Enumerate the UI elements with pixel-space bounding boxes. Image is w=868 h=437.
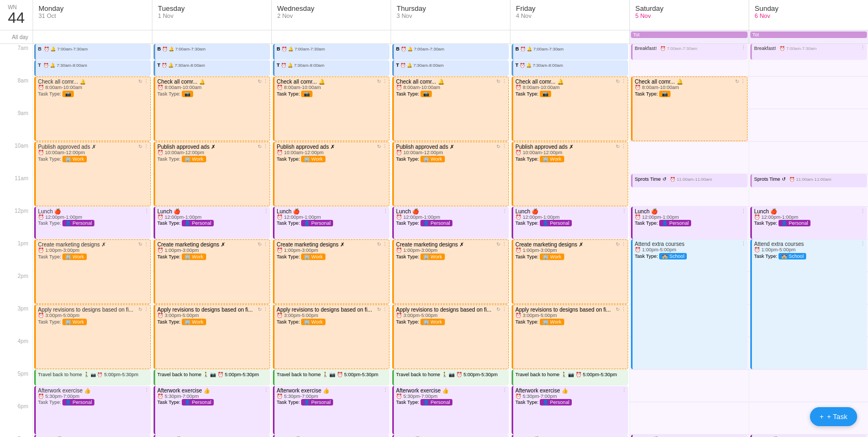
time-label-7am: 7am bbox=[0, 44, 33, 77]
event-publish-wed[interactable]: Publish approved ads ✗ ↻⋮⏰ 10:00am-12:00… bbox=[273, 142, 390, 206]
add-task-button[interactable]: + + Task bbox=[810, 407, 857, 426]
time-label-9am: 9am bbox=[0, 109, 33, 142]
event-check-fri[interactable]: Check all comr... 🔔 ↻⋮⏰ 8:00am-10:00amTa… bbox=[512, 77, 628, 141]
add-task-label: + Task bbox=[827, 413, 847, 421]
event-check-comms-mon[interactable]: Check all comr... 🔔 ⏰ 8:00am-10:00am Tas… bbox=[34, 77, 151, 141]
event-travel-mon[interactable]: Travel back to home 🚶 📷 ⏰ 5:00pm-5:30pm bbox=[34, 370, 151, 385]
event-lunch-sun[interactable]: Lunch 🍎 ⋮⏰ 12:00pm-1:00pmTask Type: 👤 Pe… bbox=[750, 207, 867, 239]
event-revisions-wed[interactable]: Apply revisions to designs based on fi..… bbox=[273, 305, 390, 369]
time-label-2pm: 2pm bbox=[0, 272, 33, 305]
event-sprots-sun[interactable]: Sprots Time ↺ ⏰ 11:00am-11:00am bbox=[750, 174, 867, 187]
allday-cell-thu bbox=[391, 30, 510, 43]
event-dinner-wed[interactable]: Dinner 🍎 ⋮⏰ 7:00pm-8:00pmTask Type: 👤 Pe… bbox=[273, 435, 390, 437]
event-dinner-fri[interactable]: Dinner 🍎 ⋮⏰ 7:00pm-8:00pmTask Type: 👤 Pe… bbox=[512, 435, 628, 437]
day-col-friday: B⏰ 🔔 7:00am-7:30am T⏰ 🔔 7:30am-8:00am Ch… bbox=[510, 44, 629, 437]
event-revisions-tue[interactable]: Apply revisions to designs based on fi..… bbox=[154, 305, 270, 369]
event-exercise-wed[interactable]: Afterwork exercise 👍 ⋮⏰ 5:30pm-7:00pmTas… bbox=[273, 386, 390, 434]
event-revisions-thu[interactable]: Apply revisions to designs based on fi..… bbox=[392, 305, 509, 369]
event-lunch-mon[interactable]: Lunch 🍎 ⋮ ⏰ 12:00pm-1:00pm Task Type: 👤 … bbox=[34, 207, 151, 239]
day-col-tuesday: B⏰ 🔔 7:00am-7:30am T⏰ 🔔 7:30am-8:00am Ch… bbox=[152, 44, 271, 437]
event-revisions-fri[interactable]: Apply revisions to designs based on fi..… bbox=[512, 305, 628, 369]
event-travel-wed[interactable]: Travel back to home 🚶 📷 ⏰ 5:00pm-5:30pm bbox=[273, 370, 390, 385]
day-header-thu: Thursday 3 Nov bbox=[391, 0, 510, 30]
event-travel-tue[interactable]: Travel back to home 🚶 📷 ⏰ 5:00pm-5:30pm bbox=[154, 370, 270, 385]
event-courses-sat[interactable]: Attend extra courses ⋮ ⏰ 1:00pm-5:00pm T… bbox=[631, 239, 748, 369]
event-check-wed[interactable]: Check all comr... 🔔 ↻⋮⏰ 8:00am-10:00amTa… bbox=[273, 77, 390, 141]
allday-row: All day Tot Tot bbox=[0, 30, 868, 44]
plus-icon: + bbox=[820, 413, 824, 421]
event-marketing-mon[interactable]: Create marketing designs ✗ ↻⋮ ⏰ 1:00pm-3… bbox=[34, 239, 151, 304]
day-header-wed: Wednesday 2 Nov bbox=[271, 0, 391, 30]
event-publish-tue[interactable]: Publish approved ads ✗ ↻⋮⏰ 10:00am-12:00… bbox=[154, 142, 270, 206]
allday-cell-sun: Tot bbox=[749, 30, 868, 43]
event-dinner-sun[interactable]: Dinner 🍎 ⋮⏰ 7:00pm-8:00pmTask Type: 👤 Pe… bbox=[750, 435, 867, 437]
day-header-mon: Monday 31 Oct bbox=[33, 0, 152, 30]
event-exercise-thu[interactable]: Afterwork exercise 👍 ⋮⏰ 5:30pm-7:00pmTas… bbox=[392, 386, 509, 434]
event-dinner-tue[interactable]: Dinner 🍎 ⋮⏰ 7:00pm-8:00pmTask Type: 👤 Pe… bbox=[154, 435, 270, 437]
time-label-7pm: 7pm bbox=[0, 435, 33, 437]
event-lunch-wed[interactable]: Lunch 🍎 ⋮⏰ 12:00pm-1:00pmTask Type: 👤 Pe… bbox=[273, 207, 390, 239]
event-publish-fri[interactable]: Publish approved ads ✗ ↻⋮⏰ 10:00am-12:00… bbox=[512, 142, 628, 206]
time-label-1pm: 1pm bbox=[0, 239, 33, 272]
event-marketing-tue[interactable]: Create marketing designs ✗ ↻⋮⏰ 1:00pm-3:… bbox=[154, 239, 270, 304]
day-col-saturday: Breakfast! ⏰ 7:00am-7:30am⋮ Check all co… bbox=[629, 44, 749, 437]
event-check-comms-tue[interactable]: Check all comr... 🔔↻⋮⏰ 8:00am-10:00amTas… bbox=[154, 77, 270, 141]
event-dinner-thu[interactable]: Dinner 🍎 ⋮⏰ 7:00pm-8:00pmTask Type: 👤 Pe… bbox=[392, 435, 509, 437]
event-marketing-fri[interactable]: Create marketing designs ✗ ↻⋮⏰ 1:00pm-3:… bbox=[512, 239, 628, 304]
day-header-fri: Friday 4 Nov bbox=[510, 0, 629, 30]
allday-cell-wed bbox=[271, 30, 391, 43]
event-exercise-eve-mon[interactable]: Afterwork exercise 👍 ⋮ ⏰ 5:30pm-7:00pm T… bbox=[34, 386, 151, 434]
event-sprots-sat[interactable]: Sprots Time ↺ ⏰ 11:00am-11:00am bbox=[631, 174, 748, 187]
time-label-11am: 11am bbox=[0, 174, 33, 207]
event-lunch-thu[interactable]: Lunch 🍎 ⋮⏰ 12:00pm-1:00pmTask Type: 👤 Pe… bbox=[392, 207, 509, 239]
event-exercise-mon[interactable]: B ⏰ 🔔 7:00am-7:30am bbox=[34, 44, 151, 60]
event-t-fri[interactable]: T⏰ 🔔 7:30am-8:00am bbox=[512, 60, 628, 76]
event-lunch-fri[interactable]: Lunch 🍎 ⋮⏰ 12:00pm-1:00pmTask Type: 👤 Pe… bbox=[512, 207, 628, 239]
event-exercise-tue[interactable]: Afterwork exercise 👍 ⋮⏰ 5:30pm-7:00pmTas… bbox=[154, 386, 270, 434]
event-dinner-mon[interactable]: Dinner 🍎 ⋮ ⏰ 7:00pm-8:00pm Task Type: 👤 … bbox=[34, 435, 151, 437]
event-courses-sun[interactable]: Attend extra courses ⋮ ⏰ 1:00pm-5:00pm T… bbox=[750, 239, 867, 369]
week-number: 44 bbox=[8, 10, 24, 26]
time-label-12pm: 12pm bbox=[0, 207, 33, 239]
event-t-thu[interactable]: T⏰ 🔔 7:30am-8:00am bbox=[392, 60, 509, 76]
week-number-cell: WN 44 bbox=[0, 0, 33, 30]
event-revisions-mon[interactable]: Apply revisions to designs based on fi..… bbox=[34, 305, 151, 369]
event-t-tue[interactable]: T⏰ 🔔 7:30am-8:00am bbox=[154, 60, 270, 76]
event-lunch-sat[interactable]: Lunch 🍎 ⋮⏰ 12:00pm-1:00pmTask Type: 👤 Pe… bbox=[631, 207, 748, 239]
event-check-sat[interactable]: Check all comr... 🔔 ↻⋮⏰ 8:00am-10:00amTa… bbox=[631, 77, 748, 141]
event-marketing-thu[interactable]: Create marketing designs ✗ ↻⋮⏰ 1:00pm-3:… bbox=[392, 239, 509, 304]
allday-cell-fri bbox=[510, 30, 629, 43]
allday-cell-mon bbox=[33, 30, 152, 43]
header-row: WN 44 Monday 31 Oct Tuesday 1 Nov Wednes… bbox=[0, 0, 868, 30]
event-t-wed[interactable]: T⏰ 🔔 7:30am-8:00am bbox=[273, 60, 390, 76]
event-marketing-wed[interactable]: Create marketing designs ✗ ↻⋮⏰ 1:00pm-3:… bbox=[273, 239, 390, 304]
event-check-thu[interactable]: Check all comr... 🔔 ↻⋮⏰ 8:00am-10:00amTa… bbox=[392, 77, 509, 141]
event-dinner-sat[interactable]: Dinner 🍎 ⋮⏰ 7:00pm-8:00pmTask Type: 👤 Pe… bbox=[631, 435, 748, 437]
event-travel-fri[interactable]: Travel back to home 🚶 📷 ⏰ 5:00pm-5:30pm bbox=[512, 370, 628, 385]
event-breakfast-sun[interactable]: Breakfast! ⏰ 7:00am-7:30am⋮ bbox=[750, 44, 867, 60]
event-lunch-tue[interactable]: Lunch 🍎 ⋮⏰ 12:00pm-1:00pmTask Type: 👤 Pe… bbox=[154, 207, 270, 239]
time-label-3pm: 3pm bbox=[0, 305, 33, 337]
time-label-4pm: 4pm bbox=[0, 337, 33, 370]
day-header-sun: Sunday 6 Nov bbox=[749, 0, 868, 30]
event-b-thu[interactable]: B⏰ 🔔 7:00am-7:30am bbox=[392, 44, 509, 60]
time-label-6pm: 6pm bbox=[0, 402, 33, 435]
day-header-tue: Tuesday 1 Nov bbox=[152, 0, 271, 30]
time-label-5pm: 5pm bbox=[0, 370, 33, 402]
allday-cell-sat: Tot bbox=[629, 30, 749, 43]
event-t-730-mon[interactable]: T ⏰ 🔔 7:30am-8:00am bbox=[34, 60, 151, 76]
day-col-thursday: B⏰ 🔔 7:00am-7:30am T⏰ 🔔 7:30am-8:00am Ch… bbox=[391, 44, 510, 437]
day-header-sat: Saturday 5 Nov bbox=[629, 0, 749, 30]
event-publish-ads-mon[interactable]: Publish approved ads ✗ ↻⋮ ⏰ 10:00am-12:0… bbox=[34, 142, 151, 206]
event-travel-thu[interactable]: Travel back to home 🚶 📷 ⏰ 5:00pm-5:30pm bbox=[392, 370, 509, 385]
allday-label: All day bbox=[0, 30, 33, 43]
event-exercise-fri[interactable]: Afterwork exercise 👍 ⋮⏰ 5:30pm-7:00pmTas… bbox=[512, 386, 628, 434]
event-b-fri[interactable]: B⏰ 🔔 7:00am-7:30am bbox=[512, 44, 628, 60]
calendar-container: WN 44 Monday 31 Oct Tuesday 1 Nov Wednes… bbox=[0, 0, 868, 437]
event-b-tue[interactable]: B⏰ 🔔 7:00am-7:30am bbox=[154, 44, 270, 60]
allday-cell-tue bbox=[152, 30, 271, 43]
event-b-wed[interactable]: B⏰ 🔔 7:00am-7:30am bbox=[273, 44, 390, 60]
event-breakfast-sat[interactable]: Breakfast! ⏰ 7:00am-7:30am⋮ bbox=[631, 44, 748, 60]
event-publish-thu[interactable]: Publish approved ads ✗ ↻⋮⏰ 10:00am-12:00… bbox=[392, 142, 509, 206]
day-col-monday: B ⏰ 🔔 7:00am-7:30am T ⏰ 🔔 7:30am-8:00am … bbox=[33, 44, 152, 437]
